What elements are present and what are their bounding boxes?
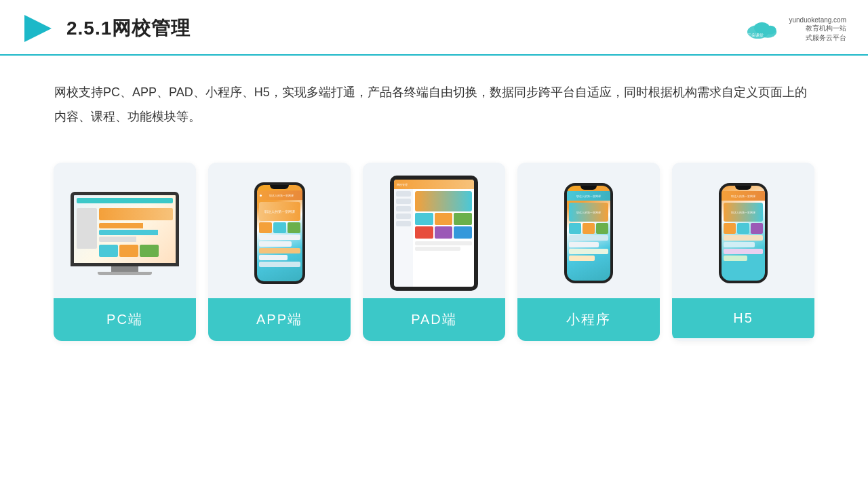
card-pc-image	[54, 163, 196, 298]
header: 2.5.1网校管理 云朵课堂 yunduoketang.com 教育机构一站式服…	[0, 0, 868, 56]
page-title: 2.5.1网校管理	[66, 16, 191, 41]
tablet-mockup: 网校管理	[390, 176, 478, 291]
phone-h5-mockup: 职达人的第一堂网课 职达人的第一堂网课	[719, 183, 768, 283]
phone-app-screen: 职达人的第一堂网课 职达人的第一堂网课	[257, 185, 302, 281]
pc-mockup	[71, 192, 179, 275]
pc-monitor	[71, 192, 179, 266]
card-pad-label: PAD端	[363, 298, 505, 341]
phone-app-mockup: 职达人的第一堂网课 职达人的第一堂网课	[254, 182, 305, 284]
description-text: 网校支持PC、APP、PAD、小程序、H5，实现多端打通，产品各终端自由切换，数…	[0, 56, 868, 136]
pc-screen	[74, 195, 176, 263]
card-miniapp-image: 职达人的第一堂网课 职达人的第一堂网课	[517, 163, 660, 298]
tablet-screen: 网校管理	[394, 180, 474, 287]
svg-text:云朵课堂: 云朵课堂	[747, 33, 764, 37]
card-h5-image: 职达人的第一堂网课 职达人的第一堂网课	[672, 163, 814, 298]
card-miniapp: 职达人的第一堂网课 职达人的第一堂网课	[517, 163, 660, 341]
brand-info: yunduoketang.com 教育机构一站式服务云平台	[789, 15, 846, 43]
brand-cloud-icon: 云朵课堂	[743, 16, 783, 41]
header-left: 2.5.1网校管理	[22, 12, 191, 45]
card-pc: PC端	[54, 163, 196, 341]
phone-miniapp-mockup: 职达人的第一堂网课 职达人的第一堂网课	[564, 183, 613, 283]
brand-slogan: 教育机构一站式服务云平台	[789, 24, 846, 43]
card-h5: 职达人的第一堂网课 职达人的第一堂网课	[672, 163, 814, 341]
card-app-image: 职达人的第一堂网课 职达人的第一堂网课	[208, 163, 351, 298]
phone-miniapp-screen: 职达人的第一堂网课 职达人的第一堂网课	[567, 186, 610, 281]
svg-marker-0	[24, 15, 52, 42]
svg-point-4	[765, 26, 776, 35]
card-miniapp-label: 小程序	[517, 298, 660, 341]
cards-container: PC端 职达人的第一堂网课 职达人的第一堂网课	[0, 142, 868, 341]
header-right: 云朵课堂 yunduoketang.com 教育机构一站式服务云平台	[743, 15, 846, 43]
card-app-label: APP端	[208, 298, 351, 341]
brand-url: yunduoketang.com	[789, 16, 846, 24]
card-h5-label: H5	[672, 298, 814, 338]
logo-arrow-icon	[22, 12, 54, 45]
card-app: 职达人的第一堂网课 职达人的第一堂网课	[208, 163, 351, 341]
card-pad: 网校管理	[363, 163, 505, 341]
phone-h5-screen: 职达人的第一堂网课 职达人的第一堂网课	[722, 186, 765, 281]
card-pad-image: 网校管理	[363, 163, 505, 298]
card-pc-label: PC端	[54, 298, 196, 341]
